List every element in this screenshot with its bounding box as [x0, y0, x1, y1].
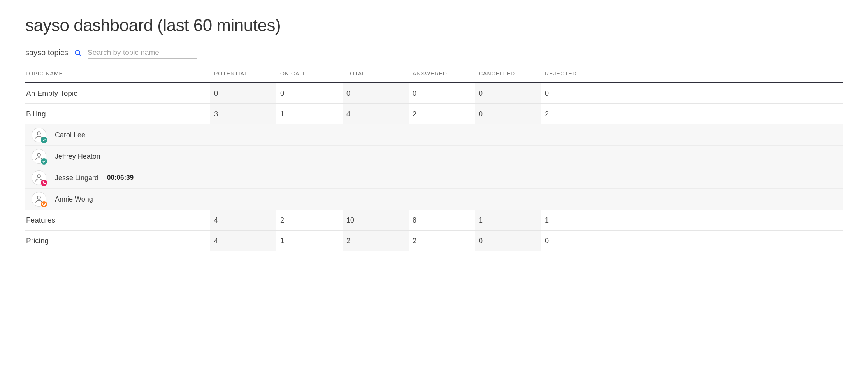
agent-row[interactable]: Jesse Lingard00:06:39 — [25, 167, 843, 189]
cell-cancelled: 0 — [475, 104, 541, 124]
col-cancelled: CANCELLED — [475, 70, 541, 77]
col-on-call: ON CALL — [276, 70, 343, 77]
topic-name: Features — [25, 216, 210, 224]
svg-point-2 — [37, 132, 40, 135]
cell-cancelled: 1 — [475, 210, 541, 230]
svg-point-5 — [37, 196, 40, 199]
search-input[interactable] — [88, 47, 197, 59]
topics-table: TOPIC NAME POTENTIAL ON CALL TOTAL ANSWE… — [25, 70, 843, 251]
col-total: TOTAL — [343, 70, 409, 77]
phone-icon — [41, 180, 47, 186]
check-icon — [41, 158, 47, 165]
col-topic-name: TOPIC NAME — [25, 70, 210, 77]
cell-on_call: 0 — [276, 83, 343, 103]
agents-list: Carol LeeJeffrey HeatonJesse Lingard00:0… — [25, 124, 843, 210]
cell-answered: 2 — [409, 104, 475, 124]
search-label: sayso topics — [25, 48, 68, 57]
table-row[interactable]: An Empty Topic000000 — [25, 83, 843, 104]
cell-rejected: 0 — [541, 231, 607, 251]
table-row[interactable]: Features4210811 — [25, 210, 843, 231]
avatar — [32, 170, 46, 185]
check-icon — [41, 137, 47, 143]
cell-cancelled: 0 — [475, 231, 541, 251]
avatar — [32, 149, 46, 164]
cell-potential: 0 — [210, 83, 276, 103]
cell-total: 2 — [343, 231, 409, 251]
cell-answered: 0 — [409, 83, 475, 103]
search-icon[interactable] — [74, 49, 82, 57]
cell-on_call: 1 — [276, 231, 343, 251]
topic-name: Billing — [25, 110, 210, 118]
topic-name: An Empty Topic — [25, 89, 210, 98]
svg-point-3 — [37, 153, 40, 156]
cell-potential: 4 — [210, 210, 276, 230]
cell-total: 0 — [343, 83, 409, 103]
cell-on_call: 2 — [276, 210, 343, 230]
cell-potential: 3 — [210, 104, 276, 124]
table-header: TOPIC NAME POTENTIAL ON CALL TOTAL ANSWE… — [25, 70, 843, 83]
agent-row[interactable]: Jeffrey Heaton — [25, 146, 843, 167]
col-answered: ANSWERED — [409, 70, 475, 77]
svg-line-1 — [79, 54, 81, 56]
cell-total: 4 — [343, 104, 409, 124]
col-rejected: REJECTED — [541, 70, 607, 77]
agent-row[interactable]: Carol Lee — [25, 124, 843, 146]
agent-call-duration: 00:06:39 — [107, 174, 134, 182]
topic-name: Pricing — [25, 237, 210, 245]
agent-row[interactable]: Annie Wong — [25, 189, 843, 210]
search-bar: sayso topics — [25, 47, 843, 59]
agent-name: Annie Wong — [55, 195, 93, 203]
avatar — [32, 192, 46, 207]
cell-total: 10 — [343, 210, 409, 230]
avatar — [32, 128, 46, 142]
cell-potential: 4 — [210, 231, 276, 251]
cell-answered: 2 — [409, 231, 475, 251]
table-row[interactable]: Pricing412200 — [25, 231, 843, 251]
svg-point-4 — [37, 175, 40, 178]
page-title: sayso dashboard (last 60 minutes) — [25, 16, 843, 35]
cell-on_call: 1 — [276, 104, 343, 124]
clock-icon — [41, 201, 47, 207]
agent-name: Carol Lee — [55, 131, 85, 139]
cell-answered: 8 — [409, 210, 475, 230]
cell-cancelled: 0 — [475, 83, 541, 103]
cell-rejected: 1 — [541, 210, 607, 230]
agent-name: Jeffrey Heaton — [55, 152, 100, 161]
cell-rejected: 2 — [541, 104, 607, 124]
col-potential: POTENTIAL — [210, 70, 276, 77]
table-row[interactable]: Billing314202 — [25, 104, 843, 124]
cell-rejected: 0 — [541, 83, 607, 103]
agent-name: Jesse Lingard — [55, 174, 98, 182]
